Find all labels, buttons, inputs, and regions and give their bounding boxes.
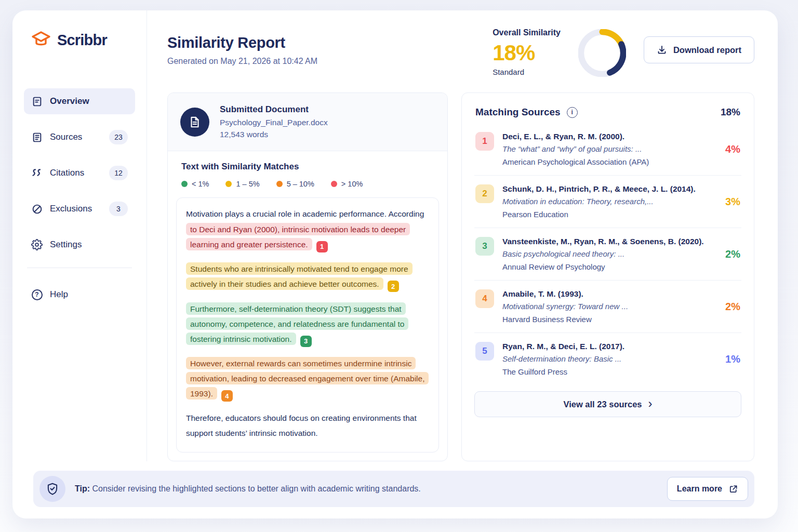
source-row-2[interactable]: 2 Schunk, D. H., Pintrich, P. R., & Meec…	[474, 176, 741, 228]
source-subtitle: Basic psychological need theory: ...	[502, 249, 707, 258]
tip-banner: Tip: Consider revising the highlighted s…	[33, 471, 754, 507]
overall-similarity-block: Overall Similarity 18% Standard	[493, 28, 561, 76]
source-row-3[interactable]: 3 Vansteenkiste, M., Ryan, R. M., & Soen…	[474, 228, 741, 281]
page-title: Similarity Report	[167, 34, 317, 51]
source-publisher: Pearson Education	[502, 210, 707, 219]
paragraph-5: Therefore, educators should focus on cre…	[186, 410, 429, 441]
legend-item-yellow: 1 – 5%	[225, 180, 259, 188]
similarity-donut-chart	[578, 29, 626, 79]
source-title: Vansteenkiste, M., Ryan, R. M., & Soenen…	[502, 237, 707, 246]
document-file-icon	[180, 108, 209, 137]
main-content: Similarity Report Generated on May 21, 2…	[147, 10, 778, 461]
generated-timestamp: Generated on May 21, 2026 at 10:42 AM	[167, 57, 317, 66]
slashed-circle-icon	[31, 203, 43, 215]
similarity-mode-label: Standard	[493, 68, 561, 76]
document-word-count: 12,543 words	[220, 130, 328, 139]
source-publisher: Harvard Business Review	[502, 315, 707, 324]
graduation-cap-icon	[30, 30, 52, 50]
document-text-panel: Motivation plays a crucial role in acade…	[176, 197, 439, 453]
sidebar-item-overview[interactable]: Overview	[24, 88, 135, 114]
learn-more-label: Learn more	[677, 484, 722, 494]
source-title: Schunk, D. H., Pintrich, P. R., & Meece,…	[502, 184, 707, 194]
sidebar-divider	[27, 268, 132, 268]
orange-dot-icon	[276, 181, 283, 187]
info-icon[interactable]: i	[567, 107, 578, 118]
submitted-document-title: Submitted Document	[220, 104, 328, 115]
sidebar-item-label: Overview	[50, 96, 128, 107]
match-badge-1[interactable]: 1	[316, 241, 328, 252]
learn-more-button[interactable]: Learn more	[667, 477, 748, 501]
source-publisher: American Psychological Association (APA)	[502, 157, 707, 166]
matching-sources-panel: Matching Sources i 18% 1 Deci, E. L., & …	[461, 92, 754, 461]
green-dot-icon	[181, 181, 188, 187]
app-logo: Scribbr	[24, 30, 135, 50]
external-link-icon	[728, 484, 738, 494]
sources-count-badge: 23	[109, 130, 128, 144]
paragraph-2: Students who are intrinsically motivated…	[186, 261, 429, 292]
sidebar-item-label: Citations	[50, 168, 102, 178]
source-percent: 1%	[715, 353, 740, 365]
view-all-sources-button[interactable]: View all 23 sources ›	[474, 391, 741, 417]
sidebar-item-label: Settings	[50, 240, 128, 250]
citations-count-badge: 12	[109, 166, 128, 180]
similarity-legend: Text with Similarity Matches < 1% 1 – 5%	[168, 151, 447, 195]
source-subtitle: The “what” and “why” of goal pursuits: .…	[502, 144, 707, 153]
source-percent: 2%	[715, 248, 740, 260]
source-number-badge: 1	[475, 132, 494, 151]
overall-similarity-value: 18%	[493, 41, 561, 65]
match-badge-3[interactable]: 3	[300, 336, 312, 347]
source-row-1[interactable]: 1 Deci, E. L., & Ryan, R. M. (2000). The…	[474, 123, 741, 176]
sources-document-icon	[31, 131, 43, 143]
exclusions-count-badge: 3	[109, 202, 128, 216]
submitted-document-card: Submitted Document Psychology_Final_Pape…	[168, 93, 447, 151]
document-filename: Psychology_Final_Paper.docx	[220, 118, 328, 127]
view-all-sources-label: View all 23 sources	[563, 400, 642, 409]
legend-title: Text with Similarity Matches	[181, 162, 434, 172]
sidebar-item-exclusions[interactable]: Exclusions 3	[24, 196, 135, 222]
source-publisher: The Guilford Press	[502, 367, 707, 376]
match-badge-4[interactable]: 4	[221, 390, 233, 402]
tip-label: Tip:	[75, 484, 90, 493]
source-row-4[interactable]: 4 Amabile, T. M. (1993). Motivational sy…	[474, 281, 741, 333]
sidebar-item-label: Sources	[50, 132, 102, 142]
sidebar-item-label: Help	[50, 289, 128, 300]
legend-item-orange: 5 – 10%	[276, 180, 314, 188]
sources-total-percent: 18%	[721, 107, 740, 118]
source-percent: 4%	[715, 143, 740, 155]
quotation-marks-icon	[31, 167, 43, 179]
source-title: Deci, E. L., & Ryan, R. M. (2000).	[502, 132, 707, 141]
matching-sources-title: Matching Sources	[475, 107, 561, 118]
source-title: Amabile, T. M. (1993).	[502, 289, 707, 299]
source-percent: 2%	[715, 301, 740, 313]
source-subtitle: Motivational synergy: Toward new ...	[502, 302, 707, 311]
chevron-right-icon: ›	[648, 397, 653, 410]
overall-similarity-label: Overall Similarity	[493, 28, 561, 37]
download-icon	[657, 45, 667, 55]
download-report-button[interactable]: Download report	[644, 36, 754, 63]
help-question-icon: ?	[31, 289, 43, 300]
gear-icon	[31, 239, 43, 250]
red-dot-icon	[331, 181, 337, 187]
sidebar-item-label: Exclusions	[50, 204, 102, 214]
sidebar-item-help[interactable]: ? Help	[24, 282, 135, 308]
source-number-badge: 2	[475, 184, 494, 203]
yellow-dot-icon	[225, 181, 232, 187]
sidebar-item-settings[interactable]: Settings	[24, 232, 135, 258]
match-badge-2[interactable]: 2	[388, 281, 399, 292]
main-card: Scribbr Overview Sources 23	[12, 10, 778, 518]
highlighted-match-yellow[interactable]: Students who are intrinsically motivated…	[186, 262, 413, 290]
highlighted-match-green[interactable]: Furthermore, self-determination theory (…	[186, 302, 408, 345]
legend-item-green: < 1%	[181, 180, 209, 188]
source-number-badge: 3	[475, 237, 494, 256]
brand-name: Scribbr	[57, 32, 107, 49]
highlighted-match-red[interactable]: to Deci and Ryan (2000), intrinsic motiv…	[186, 223, 410, 250]
sidebar-item-citations[interactable]: Citations 12	[24, 160, 135, 186]
paragraph-4: However, external rewards can sometimes …	[186, 356, 429, 402]
source-publisher: Annual Review of Psychology	[502, 262, 707, 271]
sidebar-item-sources[interactable]: Sources 23	[24, 124, 135, 150]
paragraph-1: Motivation plays a crucial role in acade…	[186, 206, 429, 252]
source-subtitle: Self-determination theory: Basic ...	[502, 354, 707, 363]
source-row-5[interactable]: 5 Ryan, R. M., & Deci, E. L. (2017). Sel…	[474, 333, 741, 385]
document-section: Submitted Document Psychology_Final_Pape…	[167, 92, 448, 461]
shield-check-icon	[39, 476, 65, 502]
